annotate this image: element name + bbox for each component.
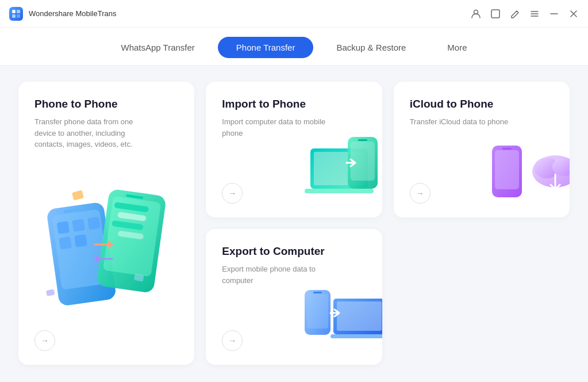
tab-whatsapp[interactable]: WhatsApp Transfer	[102, 37, 213, 58]
close-icon[interactable]	[568, 9, 579, 19]
svg-rect-2	[12, 14, 16, 18]
svg-rect-10	[72, 219, 86, 232]
svg-rect-36	[305, 290, 330, 335]
svg-rect-29	[358, 139, 367, 141]
svg-rect-40	[337, 301, 382, 331]
tab-backup-restore[interactable]: Backup & Restore	[318, 37, 424, 58]
svg-rect-21	[72, 190, 84, 201]
card-import-title: Import to Phone	[222, 98, 366, 110]
card-icloud-arrow[interactable]: →	[410, 183, 431, 204]
svg-rect-0	[12, 10, 16, 13]
svg-rect-28	[351, 142, 375, 181]
svg-point-34	[534, 158, 559, 178]
svg-rect-39	[333, 299, 382, 334]
edit-icon[interactable]	[510, 9, 520, 19]
menu-icon[interactable]	[529, 9, 540, 19]
card-export-arrow[interactable]: →	[222, 330, 243, 351]
minimize-icon[interactable]	[549, 9, 559, 19]
import-illustration	[302, 137, 376, 212]
card-export-desc: Export mobile phone data to computer	[222, 263, 337, 286]
svg-rect-9	[57, 221, 70, 235]
svg-rect-30	[492, 146, 522, 197]
phone-to-phone-illustration	[34, 178, 178, 322]
svg-rect-12	[59, 236, 72, 250]
titlebar-controls	[471, 9, 579, 19]
svg-rect-13	[74, 235, 87, 248]
card-phone-to-phone[interactable]: Phone to Phone Transfer phone data from …	[18, 82, 194, 365]
main-content: Phone to Phone Transfer phone data from …	[0, 66, 588, 381]
svg-point-33	[532, 155, 570, 188]
card-phone-to-phone-desc: Transfer phone data from one device to a…	[34, 116, 149, 150]
card-icloud-desc: Transfer iCloud data to phone	[410, 116, 525, 128]
svg-rect-26	[305, 189, 374, 193]
svg-rect-27	[348, 137, 378, 189]
svg-rect-31	[495, 150, 519, 189]
svg-rect-23	[46, 289, 55, 296]
svg-rect-3	[17, 14, 20, 18]
card-export-title: Export to Computer	[222, 245, 366, 258]
card-phone-to-phone-title: Phone to Phone	[34, 98, 178, 110]
svg-point-35	[552, 158, 570, 176]
export-illustration	[302, 284, 376, 359]
titlebar: Wondershare MobileTrans	[0, 0, 588, 28]
nav-tabs: WhatsApp Transfer Phone Transfer Backup …	[0, 28, 588, 66]
card-import-to-phone[interactable]: Import to Phone Import computer data to …	[206, 82, 382, 217]
svg-rect-32	[502, 148, 512, 150]
titlebar-left: Wondershare MobileTrans	[9, 7, 116, 21]
card-export-to-computer[interactable]: Export to Computer Export mobile phone d…	[206, 229, 382, 365]
svg-rect-5	[491, 10, 499, 18]
icloud-illustration	[489, 137, 564, 212]
svg-rect-11	[87, 217, 101, 230]
svg-rect-24	[310, 148, 368, 189]
card-import-arrow[interactable]: →	[222, 183, 243, 204]
card-icloud-to-phone[interactable]: iCloud to Phone Transfer iCloud data to …	[394, 82, 570, 217]
svg-rect-25	[314, 152, 364, 185]
svg-rect-38	[313, 292, 322, 293]
svg-rect-37	[307, 294, 328, 328]
svg-rect-41	[330, 334, 382, 338]
card-icloud-title: iCloud to Phone	[410, 98, 554, 110]
card-import-desc: Import computer data to mobile phone	[222, 116, 337, 139]
profile-icon[interactable]	[471, 9, 481, 19]
tab-more[interactable]: More	[429, 37, 485, 58]
app-title: Wondershare MobileTrans	[29, 9, 116, 18]
card-phone-to-phone-arrow[interactable]: →	[34, 330, 55, 351]
app-icon	[9, 7, 23, 21]
window-icon[interactable]	[490, 9, 501, 19]
tab-phone-transfer[interactable]: Phone Transfer	[218, 37, 314, 58]
svg-rect-1	[17, 10, 20, 13]
